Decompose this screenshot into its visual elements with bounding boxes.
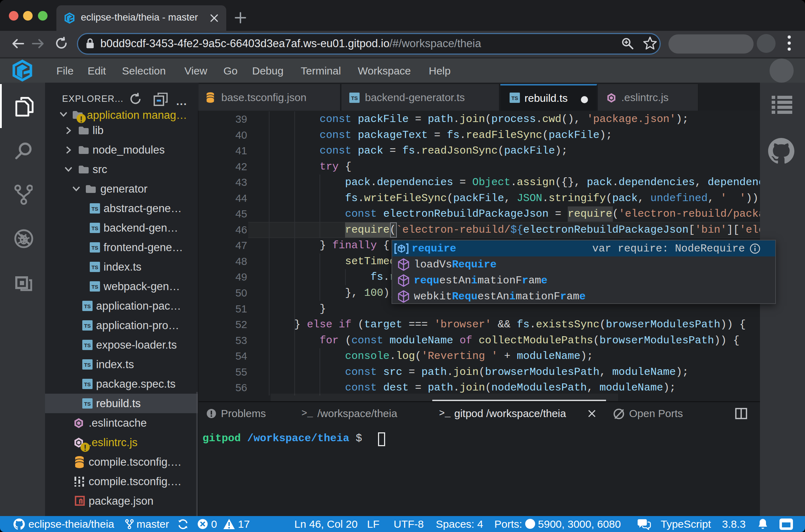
- svg-text:TS: TS: [91, 225, 98, 231]
- svg-text:TS: TS: [84, 362, 91, 368]
- svg-text:TS: TS: [91, 206, 98, 212]
- svg-text:TS: TS: [511, 95, 518, 101]
- svg-text:TS: TS: [351, 95, 358, 101]
- svg-text:TS: TS: [84, 381, 91, 387]
- svg-text:TS: TS: [84, 342, 91, 348]
- svg-text:TS: TS: [91, 245, 98, 251]
- svg-text:TS: TS: [84, 323, 91, 329]
- svg-text:TS: TS: [91, 264, 98, 270]
- svg-text:TS: TS: [84, 401, 91, 407]
- svg-text:TS: TS: [84, 303, 91, 309]
- svg-text:TS: TS: [91, 284, 98, 290]
